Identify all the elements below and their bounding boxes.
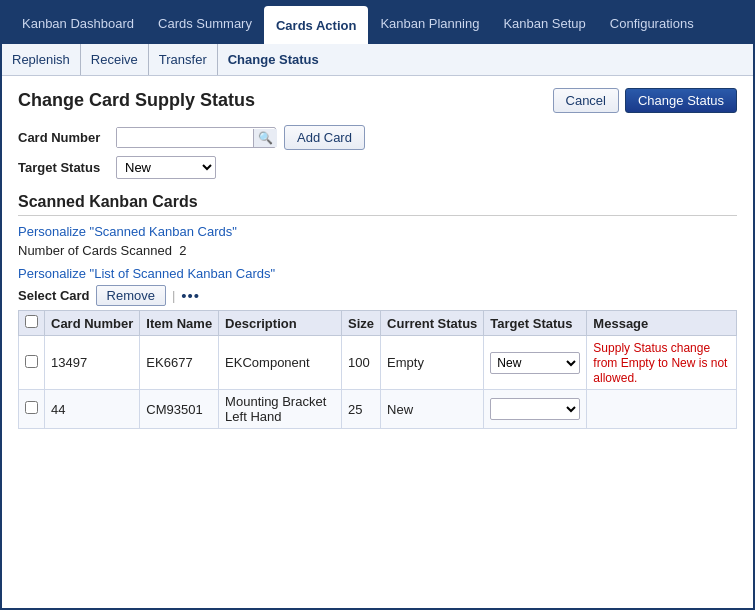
nav-kanban-planning[interactable]: Kanban Planning (368, 2, 491, 44)
nav-kanban-setup[interactable]: Kanban Setup (491, 2, 597, 44)
row1-error-message: Supply Status change from Empty to New i… (593, 341, 727, 385)
col-header-card-number: Card Number (45, 311, 140, 336)
row2-target-status-select[interactable]: New Empty Full (490, 398, 580, 420)
nav-cards-summary[interactable]: Cards Summary (146, 2, 264, 44)
personalize-link-2[interactable]: Personalize "List of Scanned Kanban Card… (18, 266, 737, 281)
cards-scanned-count: 2 (179, 243, 186, 258)
cards-scanned-label: Number of Cards Scanned (18, 243, 172, 258)
row1-target-status-cell: New Empty Full (484, 336, 587, 390)
header-buttons: Cancel Change Status (553, 88, 737, 113)
change-status-button[interactable]: Change Status (625, 88, 737, 113)
col-header-description: Description (219, 311, 342, 336)
row2-current-status: New (381, 390, 484, 429)
select-card-label: Select Card (18, 288, 90, 303)
add-card-button[interactable]: Add Card (284, 125, 365, 150)
page-header: Change Card Supply Status Cancel Change … (18, 88, 737, 113)
nav-cards-action[interactable]: Cards Action (264, 6, 368, 44)
table-row: 13497 EK6677 EKComponent 100 Empty New E… (19, 336, 737, 390)
card-number-search-button[interactable]: 🔍 (253, 129, 277, 147)
card-number-input-wrap: 🔍 (116, 127, 276, 148)
row1-description: EKComponent (219, 336, 342, 390)
row1-check-cell (19, 336, 45, 390)
row2-message (587, 390, 737, 429)
scanned-section-title: Scanned Kanban Cards (18, 193, 737, 216)
top-navigation: Kanban Dashboard Cards Summary Cards Act… (2, 2, 753, 44)
cancel-button[interactable]: Cancel (553, 88, 619, 113)
page-title: Change Card Supply Status (18, 90, 255, 111)
select-all-checkbox[interactable] (25, 315, 38, 328)
col-header-current-status: Current Status (381, 311, 484, 336)
card-number-input[interactable] (117, 128, 253, 147)
scanned-cards-table: Card Number Item Name Description Size C… (18, 310, 737, 429)
row1-current-status: Empty (381, 336, 484, 390)
subnav-change-status[interactable]: Change Status (218, 44, 329, 75)
row1-card-number: 13497 (45, 336, 140, 390)
row2-target-status-cell: New Empty Full (484, 390, 587, 429)
nav-configurations[interactable]: Configurations (598, 2, 706, 44)
row2-card-number: 44 (45, 390, 140, 429)
table-row: 44 CM93501 Mounting Bracket Left Hand 25… (19, 390, 737, 429)
row2-checkbox[interactable] (25, 401, 38, 414)
personalize-link-1[interactable]: Personalize "Scanned Kanban Cards" (18, 224, 737, 239)
cards-scanned-info: Number of Cards Scanned 2 (18, 243, 737, 258)
subnav-transfer[interactable]: Transfer (149, 44, 218, 75)
col-header-size: Size (342, 311, 381, 336)
second-navigation: Replenish Receive Transfer Change Status (2, 44, 753, 76)
card-number-label: Card Number (18, 130, 108, 145)
row1-checkbox[interactable] (25, 355, 38, 368)
col-header-check (19, 311, 45, 336)
col-header-item-name: Item Name (140, 311, 219, 336)
toolbar-separator: | (172, 288, 175, 303)
row1-target-status-select[interactable]: New Empty Full (490, 352, 580, 374)
target-status-select[interactable]: New Empty Full In Transit (116, 156, 216, 179)
col-header-message: Message (587, 311, 737, 336)
table-toolbar: Select Card Remove | ••• (18, 285, 737, 306)
card-number-row: Card Number 🔍 Add Card (18, 125, 737, 150)
row2-description: Mounting Bracket Left Hand (219, 390, 342, 429)
remove-button[interactable]: Remove (96, 285, 166, 306)
row1-message: Supply Status change from Empty to New i… (587, 336, 737, 390)
row2-item-name: CM93501 (140, 390, 219, 429)
nav-kanban-dashboard[interactable]: Kanban Dashboard (10, 2, 146, 44)
subnav-receive[interactable]: Receive (81, 44, 149, 75)
row2-check-cell (19, 390, 45, 429)
page-content: Change Card Supply Status Cancel Change … (2, 76, 753, 441)
target-status-row: Target Status New Empty Full In Transit (18, 156, 737, 179)
row2-size: 25 (342, 390, 381, 429)
target-status-label: Target Status (18, 160, 108, 175)
col-header-target-status: Target Status (484, 311, 587, 336)
toolbar-more-options[interactable]: ••• (181, 287, 200, 304)
row1-size: 100 (342, 336, 381, 390)
row1-item-name: EK6677 (140, 336, 219, 390)
subnav-replenish[interactable]: Replenish (12, 44, 81, 75)
